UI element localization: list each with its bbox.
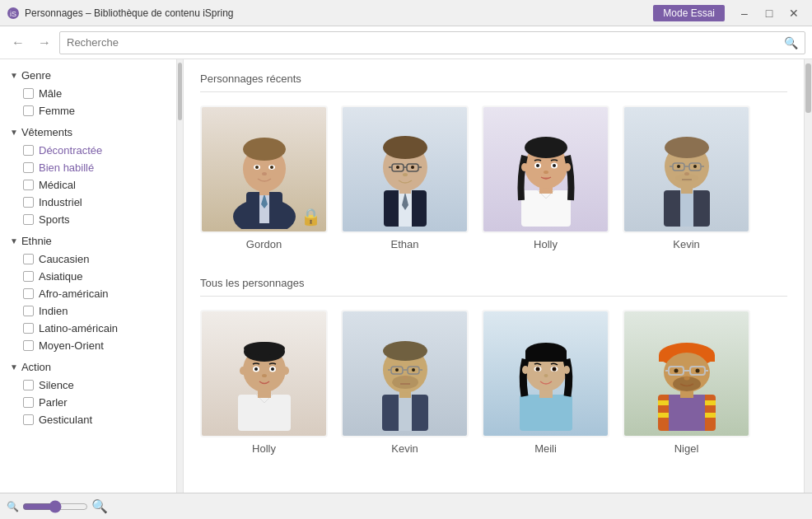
checkbox-latinoamericain[interactable] xyxy=(23,323,34,334)
chevron-ethnie-icon: ▼ xyxy=(10,236,18,245)
sidebar-item-male[interactable]: Mâle xyxy=(0,85,176,102)
svg-point-11 xyxy=(255,166,259,169)
sidebar-vetements-label: Vêtements xyxy=(21,126,72,138)
checkbox-indien[interactable] xyxy=(23,306,34,316)
label-femme: Femme xyxy=(39,105,75,117)
maximize-button[interactable]: □ xyxy=(758,2,781,25)
sidebar-header-ethnie[interactable]: ▼ Ethnie xyxy=(0,231,176,250)
character-name-kevin2: Kevin xyxy=(391,442,418,455)
checkbox-femme[interactable] xyxy=(23,105,34,116)
checkbox-moyenorient[interactable] xyxy=(23,340,34,351)
sidebar-item-gesticulant[interactable]: Gesticulant xyxy=(0,411,176,428)
sidebar-item-afroamericain[interactable]: Afro-américain xyxy=(0,285,176,302)
search-box: 🔍 xyxy=(59,31,805,54)
checkbox-sports[interactable] xyxy=(23,214,34,225)
svg-point-60 xyxy=(282,367,289,375)
label-silence: Silence xyxy=(39,379,74,391)
sidebar-genre-label: Genre xyxy=(21,69,51,82)
character-card-holly2[interactable]: Holly xyxy=(200,310,328,455)
svg-point-27 xyxy=(403,173,408,176)
label-sports: Sports xyxy=(39,213,70,226)
svg-point-91 xyxy=(552,367,556,372)
person-svg-nigel xyxy=(637,314,736,433)
all-section-title: Tous les personnages xyxy=(200,277,787,297)
sidebar-item-bienhabille[interactable]: Bien habillé xyxy=(0,159,176,176)
character-image-wrapper-kevin2 xyxy=(341,310,469,437)
sidebar-item-indien[interactable]: Indien xyxy=(0,302,176,320)
content-scrollbar[interactable] xyxy=(804,59,812,493)
checkbox-decontractee[interactable] xyxy=(23,145,34,156)
svg-point-65 xyxy=(262,374,267,377)
sidebar-header-action[interactable]: ▼ Action xyxy=(0,358,176,376)
portrait-meili xyxy=(483,311,608,436)
sidebar-item-asiatique[interactable]: Asiatique xyxy=(0,268,176,285)
sidebar-item-parler[interactable]: Parler xyxy=(0,394,176,411)
checkbox-bienhabille[interactable] xyxy=(23,162,34,173)
sidebar-scroll-thumb xyxy=(178,63,182,120)
sidebar-item-femme[interactable]: Femme xyxy=(0,102,176,119)
person-svg-ethan xyxy=(356,110,455,229)
window-title: Personnages – Bibliothèque de contenu iS… xyxy=(25,7,234,19)
forward-button[interactable]: → xyxy=(33,31,56,54)
character-card-meili[interactable]: Meili xyxy=(482,310,609,455)
sidebar-item-industriel[interactable]: Industriel xyxy=(0,194,176,211)
svg-point-26 xyxy=(411,166,414,169)
checkbox-caucasien[interactable] xyxy=(23,254,34,264)
trial-button[interactable]: Mode Essai xyxy=(653,5,725,21)
sidebar-item-medical[interactable]: Médical xyxy=(0,176,176,194)
toolbar: ← → 🔍 xyxy=(0,26,812,59)
checkbox-male[interactable] xyxy=(23,88,34,99)
close-button[interactable]: ✕ xyxy=(782,2,805,25)
checkbox-medical[interactable] xyxy=(23,180,34,190)
portrait-holly1 xyxy=(483,107,608,231)
character-card-ethan[interactable]: Ethan xyxy=(341,105,469,250)
svg-point-25 xyxy=(396,166,399,169)
sidebar-item-sports[interactable]: Sports xyxy=(0,211,176,228)
back-button[interactable]: ← xyxy=(7,31,30,54)
svg-rect-40 xyxy=(680,190,693,227)
label-bienhabille: Bien habillé xyxy=(39,161,94,174)
svg-point-63 xyxy=(254,367,258,371)
character-image-wrapper-gordon: 🔒 xyxy=(200,105,328,233)
checkbox-parler[interactable] xyxy=(23,397,34,408)
character-card-holly1[interactable]: Holly xyxy=(482,105,609,250)
sidebar-header-vetements[interactable]: ▼ Vêtements xyxy=(0,123,176,142)
sidebar-item-decontractee[interactable]: Décontractée xyxy=(0,142,176,159)
svg-rect-28 xyxy=(521,190,571,227)
label-caucasien: Caucasien xyxy=(39,253,89,265)
minimize-button[interactable]: – xyxy=(733,2,756,25)
character-card-nigel[interactable]: Nigel xyxy=(623,310,750,455)
checkbox-industriel[interactable] xyxy=(23,197,34,208)
search-input[interactable] xyxy=(67,36,784,49)
sidebar-item-silence[interactable]: Silence xyxy=(0,376,176,394)
label-moyenorient: Moyen-Orient xyxy=(39,339,104,352)
chevron-genre-icon: ▼ xyxy=(10,71,18,80)
character-image-wrapper-holly2 xyxy=(200,310,328,437)
svg-point-50 xyxy=(693,165,697,168)
titlebar: iS Personnages – Bibliothèque de contenu… xyxy=(0,0,812,26)
checkbox-gesticulant[interactable] xyxy=(23,414,34,425)
slider-container: 🔍 🔍 xyxy=(7,498,108,514)
character-card-kevin2[interactable]: Kevin xyxy=(341,310,469,455)
checkbox-afroamericain[interactable] xyxy=(23,288,34,299)
label-industriel: Industriel xyxy=(39,196,82,208)
svg-point-106 xyxy=(674,369,678,373)
svg-point-59 xyxy=(240,367,246,375)
person-svg-kevin2 xyxy=(356,314,455,433)
sidebar-item-caucasien[interactable]: Caucasien xyxy=(0,250,176,268)
sidebar-item-latinoamericain[interactable]: Latino-américain xyxy=(0,320,176,337)
character-card-gordon[interactable]: 🔒 Gordon xyxy=(200,105,328,250)
label-medical: Médical xyxy=(39,179,76,191)
sidebar-scrollbar[interactable] xyxy=(177,59,184,493)
character-name-gordon: Gordon xyxy=(246,238,282,250)
checkbox-asiatique[interactable] xyxy=(23,271,34,282)
zoom-slider[interactable] xyxy=(22,500,88,513)
portrait-kevin1 xyxy=(624,107,749,231)
checkbox-silence[interactable] xyxy=(23,380,34,390)
svg-point-78 xyxy=(412,368,415,372)
recent-characters-grid: 🔒 Gordon xyxy=(200,105,787,250)
sidebar-header-genre[interactable]: ▼ Genre xyxy=(0,66,176,85)
sidebar-item-moyenorient[interactable]: Moyen-Orient xyxy=(0,337,176,354)
portrait-ethan xyxy=(343,107,467,231)
character-card-kevin1[interactable]: Kevin xyxy=(623,105,750,250)
